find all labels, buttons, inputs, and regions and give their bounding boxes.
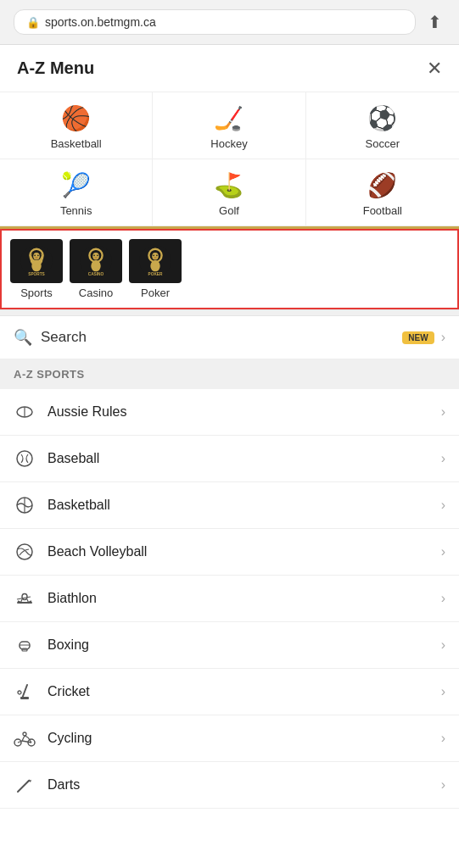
basketball-list-label: Basketball bbox=[48, 498, 441, 513]
close-button[interactable]: ✕ bbox=[427, 59, 442, 78]
az-sports-title: A-Z SPORTS bbox=[14, 368, 85, 381]
search-row[interactable]: 🔍 Search NEW › bbox=[0, 316, 459, 359]
brand-row: SPORTS Sports CASINO Casi bbox=[0, 229, 459, 309]
svg-point-15 bbox=[93, 254, 95, 256]
new-badge: NEW bbox=[402, 331, 434, 344]
sport-cell-soccer[interactable]: ⚽ Soccer bbox=[306, 92, 459, 159]
svg-point-25 bbox=[156, 254, 158, 256]
beach-volleyball-label: Beach Volleyball bbox=[48, 544, 441, 559]
section-divider bbox=[0, 309, 459, 316]
poker-lion-svg: POKER bbox=[139, 245, 171, 277]
share-icon: ⬆ bbox=[428, 13, 442, 31]
list-item-aussie-rules[interactable]: Aussie Rules › bbox=[0, 389, 459, 436]
svg-point-50 bbox=[23, 732, 26, 736]
beach-volleyball-chevron: › bbox=[441, 544, 445, 559]
darts-label: Darts bbox=[48, 777, 441, 793]
casino-thumb: CASINO bbox=[70, 239, 122, 283]
basketball-chevron: › bbox=[441, 498, 445, 513]
svg-text:SPORTS: SPORTS bbox=[28, 272, 45, 276]
baseball-icon bbox=[14, 448, 36, 470]
cycling-chevron: › bbox=[441, 731, 445, 746]
baseball-chevron: › bbox=[441, 451, 445, 466]
soccer-label: Soccer bbox=[366, 137, 400, 150]
cycling-icon bbox=[14, 727, 36, 749]
casino-brand-label: Casino bbox=[79, 287, 113, 299]
menu-header: A-Z Menu ✕ bbox=[0, 45, 459, 92]
browser-bar: 🔒 sports.on.betmgm.ca ⬆ bbox=[0, 0, 459, 45]
list-item-biathlon[interactable]: Biathlon › bbox=[0, 576, 459, 622]
share-button[interactable]: ⬆ bbox=[424, 8, 445, 36]
menu-title: A-Z Menu bbox=[17, 58, 94, 78]
sports-lion-svg: SPORTS bbox=[20, 245, 53, 277]
football-icon: 🏈 bbox=[367, 171, 397, 199]
hockey-icon: 🏒 bbox=[214, 104, 243, 132]
svg-line-58 bbox=[27, 780, 30, 782]
baseball-label: Baseball bbox=[48, 451, 441, 466]
brand-item-casino[interactable]: CASINO Casino bbox=[70, 239, 122, 299]
svg-point-18 bbox=[91, 260, 100, 271]
biathlon-label: Biathlon bbox=[48, 591, 441, 606]
svg-point-47 bbox=[18, 691, 21, 694]
golf-label: Golf bbox=[219, 204, 239, 217]
svg-point-31 bbox=[17, 451, 32, 466]
sport-cell-basketball[interactable]: 🏀 Basketball bbox=[0, 92, 153, 159]
casino-lion-svg: CASINO bbox=[80, 245, 112, 277]
darts-chevron: › bbox=[441, 777, 445, 793]
boxing-icon bbox=[14, 634, 36, 656]
boxing-label: Boxing bbox=[48, 637, 441, 653]
sport-cell-golf[interactable]: ⛳ Golf bbox=[153, 159, 305, 226]
hockey-label: Hockey bbox=[210, 137, 247, 150]
cricket-label: Cricket bbox=[48, 684, 441, 699]
svg-point-24 bbox=[153, 254, 154, 256]
list-item-cricket[interactable]: Cricket › bbox=[0, 669, 459, 715]
url-text: sports.on.betmgm.ca bbox=[45, 15, 156, 29]
poker-thumb: POKER bbox=[129, 239, 182, 283]
darts-icon bbox=[14, 774, 36, 796]
list-item-boxing[interactable]: Boxing › bbox=[0, 622, 459, 669]
svg-point-7 bbox=[37, 254, 39, 256]
svg-point-27 bbox=[150, 260, 160, 271]
lock-icon: 🔒 bbox=[26, 16, 40, 29]
svg-point-9 bbox=[31, 260, 41, 271]
cricket-chevron: › bbox=[441, 684, 445, 699]
svg-point-6 bbox=[34, 254, 36, 256]
beach-volleyball-icon bbox=[14, 541, 36, 563]
aussie-rules-label: Aussie Rules bbox=[48, 404, 441, 420]
svg-rect-46 bbox=[20, 697, 29, 699]
sport-cell-football[interactable]: 🏈 Football bbox=[306, 159, 459, 226]
list-item-cycling[interactable]: Cycling › bbox=[0, 715, 459, 762]
soccer-icon: ⚽ bbox=[367, 104, 397, 132]
svg-line-41 bbox=[17, 597, 31, 599]
svg-point-34 bbox=[17, 544, 32, 559]
basketball-list-icon bbox=[14, 494, 36, 516]
boxing-chevron: › bbox=[441, 637, 445, 653]
svg-line-45 bbox=[22, 685, 27, 698]
sport-grid: 🏀 Basketball 🏒 Hockey ⚽ Soccer 🎾 Tennis … bbox=[0, 92, 459, 229]
search-chevron: › bbox=[441, 330, 445, 345]
url-bar[interactable]: 🔒 sports.on.betmgm.ca bbox=[14, 9, 416, 35]
tennis-label: Tennis bbox=[60, 204, 92, 217]
cricket-icon bbox=[14, 681, 36, 703]
svg-text:POKER: POKER bbox=[148, 272, 163, 276]
az-sports-header: A-Z SPORTS bbox=[0, 359, 459, 389]
list-item-basketball[interactable]: Basketball › bbox=[0, 482, 459, 529]
aussie-rules-chevron: › bbox=[441, 404, 445, 420]
brand-item-poker[interactable]: POKER Poker bbox=[129, 239, 182, 299]
brand-item-sports[interactable]: SPORTS Sports bbox=[10, 239, 63, 299]
tennis-icon: 🎾 bbox=[61, 171, 91, 199]
biathlon-chevron: › bbox=[441, 591, 445, 606]
football-label: Football bbox=[363, 204, 402, 217]
list-item-darts[interactable]: Darts › bbox=[0, 762, 459, 809]
basketball-icon: 🏀 bbox=[61, 104, 91, 132]
svg-point-16 bbox=[97, 254, 98, 256]
basketball-label: Basketball bbox=[51, 137, 102, 150]
search-label: Search bbox=[41, 329, 395, 346]
aussie-rules-icon bbox=[14, 401, 36, 423]
sport-cell-tennis[interactable]: 🎾 Tennis bbox=[0, 159, 153, 226]
svg-point-17 bbox=[94, 257, 98, 259]
svg-point-38 bbox=[22, 594, 27, 600]
sports-list: Aussie Rules › Baseball › Basketball › bbox=[0, 389, 459, 809]
list-item-baseball[interactable]: Baseball › bbox=[0, 436, 459, 482]
list-item-beach-volleyball[interactable]: Beach Volleyball › bbox=[0, 529, 459, 576]
sport-cell-hockey[interactable]: 🏒 Hockey bbox=[153, 92, 305, 159]
